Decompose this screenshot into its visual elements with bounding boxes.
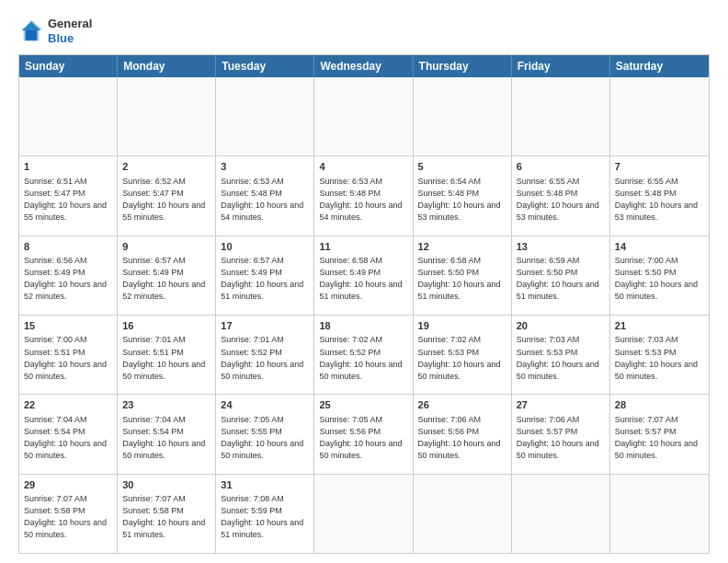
calendar-cell-10: 10Sunrise: 6:57 AMSunset: 5:49 PMDayligh…	[216, 236, 314, 315]
calendar-cell-8: 8Sunrise: 6:56 AMSunset: 5:49 PMDaylight…	[19, 236, 118, 315]
calendar-cell-21: 21Sunrise: 7:03 AMSunset: 5:53 PMDayligh…	[610, 316, 709, 394]
calendar-row-2: 8Sunrise: 6:56 AMSunset: 5:49 PMDaylight…	[19, 236, 709, 315]
cell-details: Sunrise: 7:06 AMSunset: 5:57 PMDaylight:…	[517, 414, 605, 462]
day-number: 20	[517, 319, 605, 333]
calendar-cell-empty	[314, 77, 413, 155]
day-number: 19	[418, 319, 506, 333]
calendar-cell-empty	[610, 77, 709, 155]
cell-details: Sunrise: 6:51 AMSunset: 5:47 PMDaylight:…	[24, 176, 112, 224]
cell-details: Sunrise: 6:58 AMSunset: 5:50 PMDaylight:…	[418, 255, 506, 303]
day-number: 2	[122, 160, 210, 174]
calendar-cell-15: 15Sunrise: 7:00 AMSunset: 5:51 PMDayligh…	[19, 316, 118, 394]
cell-details: Sunrise: 6:58 AMSunset: 5:49 PMDaylight:…	[319, 255, 407, 303]
cell-details: Sunrise: 7:02 AMSunset: 5:52 PMDaylight:…	[319, 334, 407, 382]
calendar-header: SundayMondayTuesdayWednesdayThursdayFrid…	[19, 55, 709, 77]
calendar-cell-30: 30Sunrise: 7:07 AMSunset: 5:58 PMDayligh…	[118, 475, 216, 553]
calendar-cell-28: 28Sunrise: 7:07 AMSunset: 5:57 PMDayligh…	[610, 395, 709, 473]
calendar-cell-empty	[314, 475, 413, 553]
day-number: 12	[418, 240, 506, 254]
day-number: 23	[122, 398, 210, 412]
day-number: 31	[221, 478, 309, 492]
calendar-cell-27: 27Sunrise: 7:06 AMSunset: 5:57 PMDayligh…	[512, 395, 610, 473]
calendar-cell-2: 2Sunrise: 6:52 AMSunset: 5:47 PMDaylight…	[118, 156, 216, 235]
day-number: 14	[615, 240, 704, 254]
cell-details: Sunrise: 6:54 AMSunset: 5:48 PMDaylight:…	[418, 176, 506, 224]
day-number: 30	[122, 478, 210, 492]
calendar-cell-24: 24Sunrise: 7:05 AMSunset: 5:55 PMDayligh…	[216, 395, 314, 473]
day-number: 27	[517, 398, 605, 412]
calendar-cell-18: 18Sunrise: 7:02 AMSunset: 5:52 PMDayligh…	[314, 316, 413, 394]
day-number: 9	[122, 240, 210, 254]
cell-details: Sunrise: 7:08 AMSunset: 5:59 PMDaylight:…	[221, 493, 309, 541]
calendar-cell-6: 6Sunrise: 6:55 AMSunset: 5:48 PMDaylight…	[512, 156, 610, 235]
cell-details: Sunrise: 7:06 AMSunset: 5:56 PMDaylight:…	[418, 414, 506, 462]
cell-details: Sunrise: 7:07 AMSunset: 5:58 PMDaylight:…	[24, 493, 112, 541]
day-number: 11	[319, 240, 407, 254]
cell-details: Sunrise: 6:55 AMSunset: 5:48 PMDaylight:…	[517, 176, 605, 224]
calendar-cell-11: 11Sunrise: 6:58 AMSunset: 5:49 PMDayligh…	[314, 236, 413, 315]
day-number: 3	[221, 160, 309, 174]
day-number: 7	[615, 160, 704, 174]
day-number: 28	[615, 398, 704, 412]
header-day-friday: Friday	[512, 55, 610, 77]
calendar-cell-12: 12Sunrise: 6:58 AMSunset: 5:50 PMDayligh…	[414, 236, 512, 315]
cell-details: Sunrise: 6:53 AMSunset: 5:48 PMDaylight:…	[221, 176, 309, 224]
day-number: 6	[517, 160, 605, 174]
calendar-cell-22: 22Sunrise: 7:04 AMSunset: 5:54 PMDayligh…	[19, 395, 118, 473]
day-number: 25	[319, 398, 407, 412]
calendar-cell-29: 29Sunrise: 7:07 AMSunset: 5:58 PMDayligh…	[19, 475, 118, 553]
calendar-row-3: 15Sunrise: 7:00 AMSunset: 5:51 PMDayligh…	[19, 315, 709, 394]
calendar-cell-3: 3Sunrise: 6:53 AMSunset: 5:48 PMDaylight…	[216, 156, 314, 235]
calendar-cell-1: 1Sunrise: 6:51 AMSunset: 5:47 PMDaylight…	[19, 156, 118, 235]
calendar: SundayMondayTuesdayWednesdayThursdayFrid…	[18, 54, 710, 554]
calendar-row-0	[19, 77, 709, 155]
day-number: 22	[24, 398, 112, 412]
calendar-cell-14: 14Sunrise: 7:00 AMSunset: 5:50 PMDayligh…	[610, 236, 709, 315]
cell-details: Sunrise: 6:59 AMSunset: 5:50 PMDaylight:…	[517, 255, 605, 303]
cell-details: Sunrise: 7:04 AMSunset: 5:54 PMDaylight:…	[24, 414, 112, 462]
day-number: 1	[24, 160, 112, 174]
calendar-cell-9: 9Sunrise: 6:57 AMSunset: 5:49 PMDaylight…	[118, 236, 216, 315]
day-number: 4	[319, 160, 407, 174]
calendar-cell-5: 5Sunrise: 6:54 AMSunset: 5:48 PMDaylight…	[414, 156, 512, 235]
header-day-saturday: Saturday	[610, 55, 709, 77]
cell-details: Sunrise: 7:07 AMSunset: 5:57 PMDaylight:…	[615, 414, 704, 462]
calendar-row-4: 22Sunrise: 7:04 AMSunset: 5:54 PMDayligh…	[19, 394, 709, 473]
header-day-thursday: Thursday	[414, 55, 512, 77]
cell-details: Sunrise: 7:04 AMSunset: 5:54 PMDaylight:…	[122, 414, 210, 462]
calendar-cell-empty	[414, 475, 512, 553]
day-number: 16	[122, 319, 210, 333]
day-number: 10	[221, 240, 309, 254]
logo-text: General Blue	[48, 17, 92, 45]
calendar-body: 1Sunrise: 6:51 AMSunset: 5:47 PMDaylight…	[19, 77, 709, 553]
day-number: 8	[24, 240, 112, 254]
calendar-row-1: 1Sunrise: 6:51 AMSunset: 5:47 PMDaylight…	[19, 155, 709, 235]
header-day-wednesday: Wednesday	[314, 55, 413, 77]
calendar-cell-20: 20Sunrise: 7:03 AMSunset: 5:53 PMDayligh…	[512, 316, 610, 394]
calendar-cell-4: 4Sunrise: 6:53 AMSunset: 5:48 PMDaylight…	[314, 156, 413, 235]
calendar-row-5: 29Sunrise: 7:07 AMSunset: 5:58 PMDayligh…	[19, 474, 709, 553]
calendar-cell-empty	[512, 77, 610, 155]
day-number: 15	[24, 319, 112, 333]
calendar-cell-16: 16Sunrise: 7:01 AMSunset: 5:51 PMDayligh…	[118, 316, 216, 394]
calendar-cell-empty	[414, 77, 512, 155]
cell-details: Sunrise: 7:05 AMSunset: 5:56 PMDaylight:…	[319, 414, 407, 462]
cell-details: Sunrise: 6:56 AMSunset: 5:49 PMDaylight:…	[24, 255, 112, 303]
cell-details: Sunrise: 7:00 AMSunset: 5:51 PMDaylight:…	[24, 334, 112, 382]
cell-details: Sunrise: 7:07 AMSunset: 5:58 PMDaylight:…	[122, 493, 210, 541]
cell-details: Sunrise: 7:01 AMSunset: 5:51 PMDaylight:…	[122, 334, 210, 382]
day-number: 13	[517, 240, 605, 254]
cell-details: Sunrise: 6:57 AMSunset: 5:49 PMDaylight:…	[221, 255, 309, 303]
calendar-cell-19: 19Sunrise: 7:02 AMSunset: 5:53 PMDayligh…	[414, 316, 512, 394]
calendar-cell-13: 13Sunrise: 6:59 AMSunset: 5:50 PMDayligh…	[512, 236, 610, 315]
cell-details: Sunrise: 7:00 AMSunset: 5:50 PMDaylight:…	[615, 255, 704, 303]
cell-details: Sunrise: 6:52 AMSunset: 5:47 PMDaylight:…	[122, 176, 210, 224]
calendar-cell-empty	[610, 475, 709, 553]
calendar-cell-7: 7Sunrise: 6:55 AMSunset: 5:48 PMDaylight…	[610, 156, 709, 235]
day-number: 21	[615, 319, 704, 333]
day-number: 24	[221, 398, 309, 412]
cell-details: Sunrise: 6:55 AMSunset: 5:48 PMDaylight:…	[615, 176, 704, 224]
calendar-cell-31: 31Sunrise: 7:08 AMSunset: 5:59 PMDayligh…	[216, 475, 314, 553]
calendar-cell-empty	[19, 77, 118, 155]
cell-details: Sunrise: 6:53 AMSunset: 5:48 PMDaylight:…	[319, 176, 407, 224]
